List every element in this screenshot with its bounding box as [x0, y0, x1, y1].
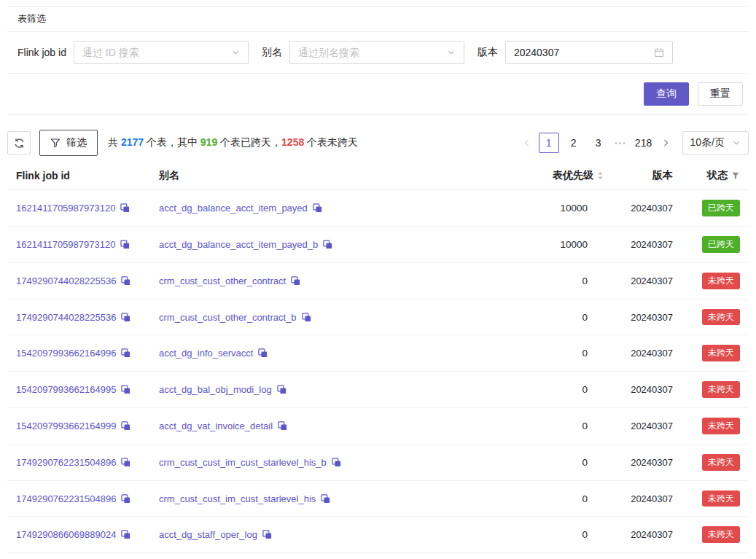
status-badge: 未跨天: [702, 418, 740, 434]
funnel-icon: [50, 138, 61, 148]
filter-toggle-button[interactable]: 筛选: [39, 130, 98, 156]
copy-icon[interactable]: [313, 203, 322, 213]
alias-link[interactable]: acct_dg_balance_acct_item_payed_b: [159, 239, 318, 250]
copy-icon[interactable]: [121, 385, 130, 394]
priority-cell: 0: [503, 299, 612, 335]
flink-job-id-link[interactable]: 1542097993662164996: [16, 348, 116, 359]
copy-icon[interactable]: [277, 385, 287, 394]
table-row: 1621411705987973120 acct_dg_balance_acct…: [7, 227, 749, 263]
copy-icon[interactable]: [121, 313, 130, 322]
copy-icon[interactable]: [121, 494, 130, 504]
copy-icon[interactable]: [121, 421, 130, 431]
header-version: 版本: [612, 162, 682, 190]
flink-job-id-link[interactable]: 1749290744028225536: [16, 275, 116, 286]
priority-cell: 10000: [503, 190, 612, 227]
copy-icon[interactable]: [278, 421, 287, 431]
alias-input[interactable]: [298, 47, 447, 58]
priority-cell: 0: [503, 372, 612, 408]
reset-button[interactable]: 重置: [698, 82, 743, 106]
status-badge: 未跨天: [702, 381, 740, 398]
alias-cell: acct_dg_balance_acct_item_payed: [150, 190, 503, 227]
version-date-picker[interactable]: [505, 41, 673, 64]
alias-link[interactable]: acct_dg_bal_obj_modi_log: [159, 384, 272, 395]
copy-icon[interactable]: [258, 348, 268, 358]
next-page-button[interactable]: [656, 133, 675, 153]
header-priority[interactable]: 表优先级: [503, 162, 612, 190]
flink-job-id-link[interactable]: 1542097993662164995: [16, 384, 116, 395]
copy-icon[interactable]: [262, 530, 272, 539]
page-ellipsis[interactable]: •••: [611, 139, 631, 147]
flink-job-id-cell: 1749290744028225536: [7, 262, 150, 299]
alias-link[interactable]: crm_cust_cust_other_contract_b: [159, 312, 297, 323]
flink-job-id-link[interactable]: 1749290866069889024: [16, 529, 116, 540]
status-badge: 未跨天: [702, 490, 740, 507]
flink-job-id-link[interactable]: 1749290762231504896: [16, 493, 116, 504]
flink-job-id-select[interactable]: [74, 41, 249, 64]
filter-funnel-icon[interactable]: [731, 171, 740, 180]
copy-icon[interactable]: [291, 276, 300, 286]
flink-job-id-input[interactable]: [82, 47, 231, 58]
page-number-last[interactable]: 218: [634, 133, 654, 153]
copy-icon[interactable]: [121, 458, 130, 467]
copy-icon[interactable]: [323, 240, 332, 249]
alias-field: 别名: [262, 41, 464, 64]
flink-job-id-cell: 1749290744028225536: [7, 299, 150, 335]
flink-job-id-link[interactable]: 1621411705987973120: [16, 203, 115, 214]
flink-job-id-link[interactable]: 1621411705987973120: [16, 239, 115, 250]
refresh-button[interactable]: [7, 131, 31, 155]
filter-card-title: 表筛选: [7, 7, 749, 32]
alias-select[interactable]: [289, 41, 464, 64]
version-cell: 20240307: [612, 517, 682, 553]
status-badge: 未跨天: [702, 454, 740, 471]
status-cell: 未跨天: [682, 372, 749, 408]
copy-icon[interactable]: [121, 276, 130, 286]
table-row: 1542097993662164995 acct_dg_bal_obj_modi…: [7, 372, 749, 408]
alias-cell: crm_cust_cust_im_cust_starlevel_his_b: [150, 444, 503, 480]
alias-link[interactable]: acct_dg_balance_acct_item_payed: [159, 203, 308, 214]
page-size-select[interactable]: 10条/页: [682, 131, 749, 155]
status-cell: 未跨天: [682, 480, 749, 517]
flink-job-id-link[interactable]: 1749290744028225536: [16, 312, 116, 323]
copy-icon[interactable]: [321, 494, 330, 504]
version-cell: 20240307: [612, 408, 682, 445]
sort-icon[interactable]: [597, 171, 604, 181]
table-row: 1749290762231504896 crm_cust_cust_im_cus…: [7, 444, 749, 480]
status-badge: 未跨天: [702, 273, 740, 289]
alias-label: 别名: [262, 46, 282, 59]
copy-icon[interactable]: [121, 348, 130, 358]
status-badge: 已跨天: [702, 236, 740, 253]
page-number-3[interactable]: 3: [588, 133, 609, 153]
copy-icon[interactable]: [332, 458, 341, 467]
flink-job-id-cell: 1542097993662164999: [7, 408, 150, 445]
priority-cell: 0: [503, 335, 612, 372]
query-button[interactable]: 查询: [644, 82, 689, 106]
alias-link[interactable]: acct_dg_staff_oper_log: [159, 529, 257, 540]
copy-icon[interactable]: [120, 240, 130, 249]
flink-job-id-link[interactable]: 1749290762231504896: [16, 457, 116, 468]
priority-cell: 10000: [503, 227, 612, 263]
alias-link[interactable]: acct_dg_vat_invoice_detail: [159, 421, 273, 431]
alias-link[interactable]: crm_cust_cust_im_cust_starlevel_his_b: [159, 457, 327, 468]
header-status[interactable]: 状态: [682, 162, 749, 190]
priority-cell: 0: [503, 480, 612, 517]
header-flink-job-id: Flink job id: [7, 162, 150, 190]
alias-link[interactable]: crm_cust_cust_im_cust_starlevel_his: [159, 493, 316, 504]
page-number-2[interactable]: 2: [564, 133, 584, 153]
flink-job-id-cell: 1621411705987973120: [7, 190, 150, 227]
page-number-1[interactable]: 1: [539, 133, 559, 153]
alias-link[interactable]: acct_dg_info_servacct: [159, 348, 253, 359]
table-row: 1749290744028225536 crm_cust_cust_other_…: [7, 299, 749, 335]
alias-cell: acct_dg_bal_obj_modi_log: [150, 372, 503, 408]
alias-link[interactable]: crm_cust_cust_other_contract: [159, 275, 286, 286]
flink-job-id-cell: 1749290866069889024: [7, 517, 150, 553]
filter-toggle-label: 筛选: [66, 136, 87, 149]
copy-icon[interactable]: [121, 530, 130, 539]
version-date-input[interactable]: [514, 47, 654, 58]
status-cell: 未跨天: [682, 262, 749, 299]
copy-icon[interactable]: [120, 203, 130, 213]
flink-job-id-link[interactable]: 1542097993662164999: [16, 421, 116, 431]
copy-icon[interactable]: [302, 313, 311, 322]
table-row: 1621411705987973120 acct_dg_balance_acct…: [7, 190, 749, 227]
prev-page-button[interactable]: [518, 133, 537, 153]
flink-job-id-cell: 1749290762231504896: [7, 480, 150, 517]
